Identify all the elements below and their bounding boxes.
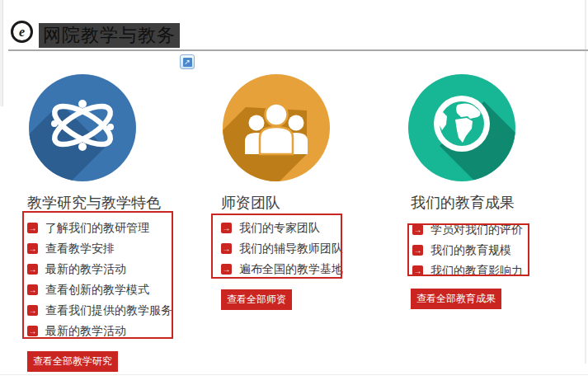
view-all-teaching-research-button[interactable]: 查看全部教学研究 <box>27 351 118 372</box>
list-item-label: 查看教学安排 <box>45 242 115 256</box>
globe-glyph <box>434 96 490 152</box>
atom-icon <box>29 74 136 181</box>
list-item[interactable]: → 我们的教育规模 <box>412 240 523 261</box>
arrow-icon: → <box>221 243 232 254</box>
list-item-label: 我们的教育影响力 <box>430 264 523 279</box>
list-item[interactable]: → 查看创新的教学模式 <box>27 279 172 300</box>
column-title-education-results: 我们的教育成果 <box>411 193 515 213</box>
list-item[interactable]: → 了解我们的教研管理 <box>27 218 172 238</box>
column-title-teaching-research: 教学研究与教学特色 <box>27 193 161 213</box>
faculty-team-link-list: → 我们的专家团队 → 我们的辅导教师团队 → 遍布全国的教学基地 <box>221 218 343 279</box>
list-item[interactable]: → 我们的教育影响力 <box>412 261 523 281</box>
list-item-label: 最新的教学活动 <box>45 324 126 339</box>
list-item-label: 查看创新的教学模式 <box>45 283 149 298</box>
external-link-arrow-icon: ↗ <box>183 58 192 67</box>
arrow-icon: → <box>27 284 38 295</box>
arrow-icon: → <box>27 305 38 316</box>
list-item[interactable]: → 我们的专家团队 <box>221 218 343 238</box>
view-all-education-results-button[interactable]: 查看全部教育成果 <box>411 289 501 309</box>
page: e 网院教学与教务 ↗ <box>0 0 588 385</box>
list-item-label: 我们的教育规模 <box>430 243 511 258</box>
view-all-faculty-button[interactable]: 查看全部师资 <box>221 289 292 310</box>
list-item-label: 了解我们的教研管理 <box>45 221 149 236</box>
list-item[interactable]: → 查看教学安排 <box>27 238 172 259</box>
list-item[interactable]: → 最新的教学活动 <box>27 259 172 279</box>
arrow-icon: → <box>27 223 38 233</box>
arrow-icon: → <box>27 264 38 275</box>
teaching-research-link-list: → 了解我们的教研管理 → 查看教学安排 → 最新的教学活动 → 查看创新的教学… <box>27 218 172 341</box>
list-item-label: 遍布全国的教学基地 <box>239 262 343 277</box>
education-results-link-list: → 学员对我们的评价 → 我们的教育规模 → 我们的教育影响力 <box>412 219 523 281</box>
arrow-icon: → <box>221 264 232 275</box>
arrow-icon: → <box>412 265 423 276</box>
globe-icon <box>408 74 515 181</box>
right-border-line <box>585 0 586 364</box>
list-item[interactable]: → 最新的教学活动 <box>27 321 172 341</box>
arrow-icon: → <box>221 223 232 233</box>
list-item-label: 最新的教学活动 <box>45 262 126 277</box>
page-title: 网院教学与教务 <box>39 23 180 48</box>
arrow-icon: → <box>27 243 38 254</box>
list-item[interactable]: → 学员对我们的评价 <box>412 219 523 240</box>
arrow-icon: → <box>412 224 423 235</box>
arrow-icon: → <box>412 245 423 256</box>
list-item-label: 我们的辅导教师团队 <box>239 242 343 256</box>
column-title-faculty-team: 师资团队 <box>221 193 280 213</box>
list-item-label: 我们的专家团队 <box>239 221 320 236</box>
list-item-label: 查看我们提供的教学服务 <box>45 303 172 318</box>
header-divider <box>8 49 588 51</box>
e-logo-icon: e <box>11 21 33 43</box>
list-item[interactable]: → 遍布全国的教学基地 <box>221 259 343 279</box>
external-link-icon[interactable]: ↗ <box>180 54 195 69</box>
list-item[interactable]: → 我们的辅导教师团队 <box>221 238 343 259</box>
arrow-icon: → <box>27 326 38 336</box>
team-icon <box>223 74 330 181</box>
bottom-border-line <box>0 374 588 375</box>
left-scroll-strip <box>0 0 3 106</box>
list-item-label: 学员对我们的评价 <box>430 223 523 237</box>
list-item[interactable]: → 查看我们提供的教学服务 <box>27 300 172 321</box>
